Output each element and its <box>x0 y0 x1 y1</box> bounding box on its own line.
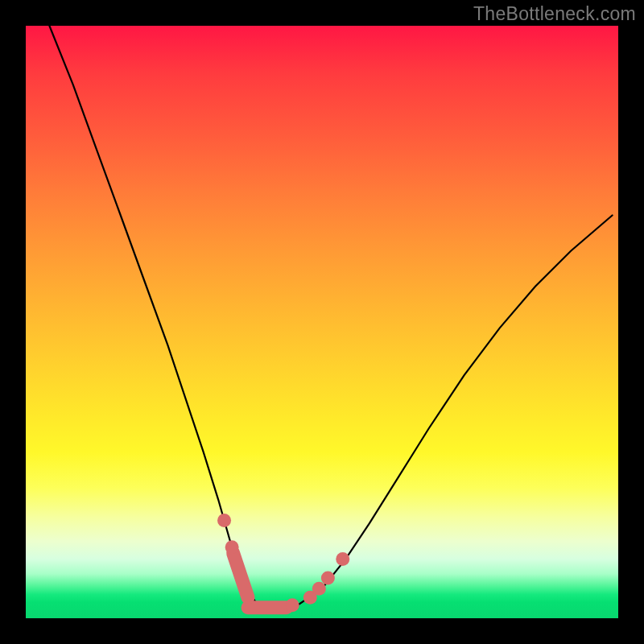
chart-svg <box>26 26 618 618</box>
marker-layer <box>217 514 349 612</box>
marker-dot <box>217 514 231 527</box>
marker-dot <box>286 598 299 612</box>
bottleneck-curve <box>49 26 612 608</box>
left-approach-segment <box>233 553 248 597</box>
chart-frame: TheBottleneck.com <box>0 0 644 644</box>
plot-area <box>26 26 618 618</box>
marker-dot <box>321 571 335 584</box>
marker-dot <box>312 582 326 596</box>
watermark-text: TheBottleneck.com <box>473 3 636 25</box>
marker-dot <box>225 540 239 554</box>
marker-dot <box>336 552 349 566</box>
